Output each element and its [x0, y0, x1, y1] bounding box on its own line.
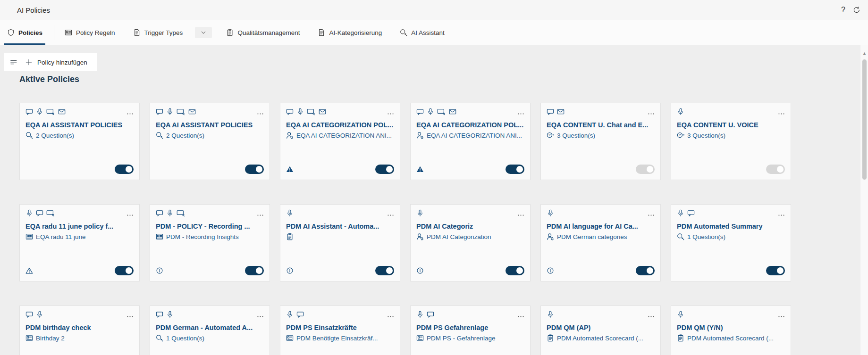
policy-subtitle: PDM AI Categorization [416, 232, 524, 241]
mic-icon [166, 108, 174, 116]
tab-trigger-types[interactable]: Trigger Types [133, 20, 183, 45]
policy-toggle[interactable] [766, 165, 785, 174]
policy-toggle[interactable] [115, 266, 134, 275]
policy-toggle[interactable] [506, 266, 524, 275]
vertical-scrollbar[interactable]: ▲ [860, 45, 868, 355]
policy-card[interactable]: PDM birthday checkBirthday 2 [19, 305, 140, 355]
card-header [547, 108, 655, 118]
policy-card[interactable]: PDM - POLICY - Recording ...PDM - Record… [150, 204, 270, 281]
tab-qualitätsmanagement[interactable]: Qualitätsmanagement [226, 20, 300, 45]
policy-toggle[interactable] [245, 165, 264, 174]
trigger-types-dropdown[interactable] [195, 27, 212, 38]
policy-subtitle: ?3 Question(s) [547, 131, 655, 140]
card-menu-button[interactable] [648, 110, 655, 119]
policy-toggle[interactable] [245, 266, 264, 275]
policy-toggle[interactable] [375, 266, 394, 275]
policy-toggle[interactable] [766, 266, 785, 275]
mic-icon [547, 311, 554, 318]
mic-icon [36, 108, 43, 116]
document-icon [318, 29, 325, 36]
policy-grid: EQA AI ASSISTANT POLICIES2 Question(s)EQ… [19, 103, 791, 355]
card-footer [416, 164, 524, 174]
channel-icons [156, 108, 196, 116]
toggle-knob [256, 166, 262, 173]
card-menu-button[interactable] [648, 212, 655, 221]
policy-subtitle: PDM PS - Gefahrenlage [416, 334, 524, 342]
tab-label: Qualitätsmanagement [237, 29, 300, 36]
policy-card[interactable]: PDM PS EinsatzkräftePDM Benötigte Einsat… [280, 305, 400, 355]
card-menu-button[interactable] [387, 313, 394, 322]
card-header [286, 311, 394, 321]
card-menu-button[interactable] [257, 212, 264, 221]
mic-icon [547, 209, 554, 217]
chat-icon [25, 108, 33, 116]
card-menu-button[interactable] [778, 313, 785, 322]
policy-card[interactable]: PDM QM (Y/N)PDM Automated Scorecard (... [671, 305, 791, 355]
card-menu-button[interactable] [126, 212, 134, 221]
policy-card[interactable]: PDM AI language for AI Ca...PDM German c… [540, 204, 661, 281]
tab-ai-assistant[interactable]: AI Assistant [400, 20, 445, 45]
card-menu-button[interactable] [387, 212, 394, 221]
mic-icon [36, 311, 43, 318]
card-menu-button[interactable] [126, 313, 134, 322]
policy-toggle[interactable] [506, 165, 524, 174]
policy-card[interactable]: EQA AI ASSISTANT POLICIES2 Question(s) [19, 103, 140, 180]
policy-card[interactable]: EQA radu 11 june policy f...EQA radu 11 … [19, 204, 140, 281]
tab-policies[interactable]: Policies [7, 20, 42, 45]
mic-icon [166, 209, 174, 217]
channel-icons [25, 108, 66, 116]
question-icon: ? [677, 132, 684, 139]
screen-icon [437, 108, 446, 116]
card-menu-button[interactable] [778, 110, 785, 119]
policy-card[interactable]: PDM Automated Summary1 Question(s) [671, 204, 791, 281]
policy-subtitle-text: PDM PS - Gefahrenlage [427, 335, 496, 342]
policy-card[interactable]: PDM QM (AP)PDM Automated Scorecard (... [540, 305, 661, 355]
policy-subtitle: Birthday 2 [25, 334, 134, 342]
card-menu-button[interactable] [517, 212, 524, 221]
policy-title: EQA AI ASSISTANT POLICIES [156, 121, 264, 129]
card-menu-button[interactable] [257, 313, 264, 322]
policy-card[interactable]: EQA CONTENT U. Chat and E...?3 Question(… [540, 103, 661, 180]
card-menu-button[interactable] [517, 313, 524, 322]
add-policy-button[interactable]: Policy hinzufügen [25, 58, 87, 66]
policy-card[interactable]: EQA AI CATEGORIZATION POL...EQA AI CATEG… [410, 103, 531, 180]
policy-toggle[interactable] [375, 165, 394, 174]
card-menu-button[interactable] [257, 110, 264, 119]
chat-icon [547, 108, 554, 116]
scrollbar-thumb[interactable] [862, 59, 867, 180]
card-menu-button[interactable] [126, 110, 134, 119]
tab-ai-kategorisierung[interactable]: AI-Kategorisierung [318, 20, 382, 45]
card-menu-button[interactable] [648, 313, 655, 322]
policy-title: EQA radu 11 june policy f... [25, 223, 134, 230]
policy-card[interactable]: EQA CONTENT U. VOICE?3 Question(s) [671, 103, 791, 180]
policy-toggle[interactable] [636, 266, 655, 275]
card-header [547, 209, 655, 220]
policy-card[interactable]: EQA AI CATEGORIZATION POL...EQA AI CATEG… [280, 103, 400, 180]
policy-card[interactable]: PDM AI CategorizPDM AI Categorization [410, 204, 531, 281]
ai-icon [156, 334, 163, 342]
policy-card[interactable]: EQA AI ASSISTANT POLICIES2 Question(s) [150, 103, 270, 180]
card-menu-button[interactable] [387, 110, 394, 119]
policy-card[interactable]: PDM German - Automated A...1 Question(s) [150, 305, 270, 355]
tab-policy-regeln[interactable]: Policy Regeln [65, 20, 115, 45]
mail-icon [449, 108, 456, 116]
card-menu-button[interactable] [517, 110, 524, 119]
policy-card[interactable]: PDM AI Assistant - Automa... [280, 204, 400, 281]
help-icon[interactable]: ? [841, 6, 845, 14]
card-header [25, 209, 134, 220]
policy-subtitle: PDM German categories [547, 232, 655, 241]
card-footer [677, 164, 785, 174]
card-header [156, 108, 264, 118]
card-menu-button[interactable] [778, 212, 785, 221]
status-slot [286, 165, 295, 173]
policy-toggle[interactable] [636, 165, 655, 174]
toggle-knob [777, 166, 784, 173]
ai-icon [400, 29, 407, 36]
menu-lines-icon[interactable] [10, 58, 17, 66]
card-header [25, 108, 134, 118]
channel-icons [677, 311, 684, 318]
scroll-up-arrow-icon[interactable]: ▲ [860, 51, 868, 56]
refresh-icon[interactable] [853, 6, 860, 14]
policy-toggle[interactable] [115, 165, 134, 174]
policy-card[interactable]: PDM PS GefahrenlagePDM PS - Gefahrenlage [410, 305, 531, 355]
